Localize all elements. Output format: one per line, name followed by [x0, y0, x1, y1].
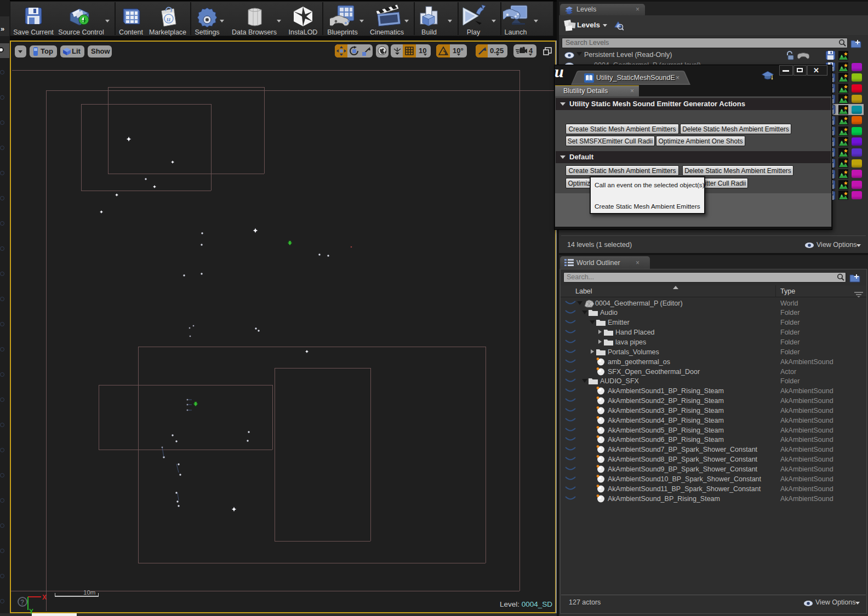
- svg-text:?: ?: [20, 598, 24, 606]
- svg-text:Y: Y: [29, 608, 33, 615]
- svg-text:u: u: [167, 15, 170, 23]
- svg-text:X: X: [42, 594, 47, 601]
